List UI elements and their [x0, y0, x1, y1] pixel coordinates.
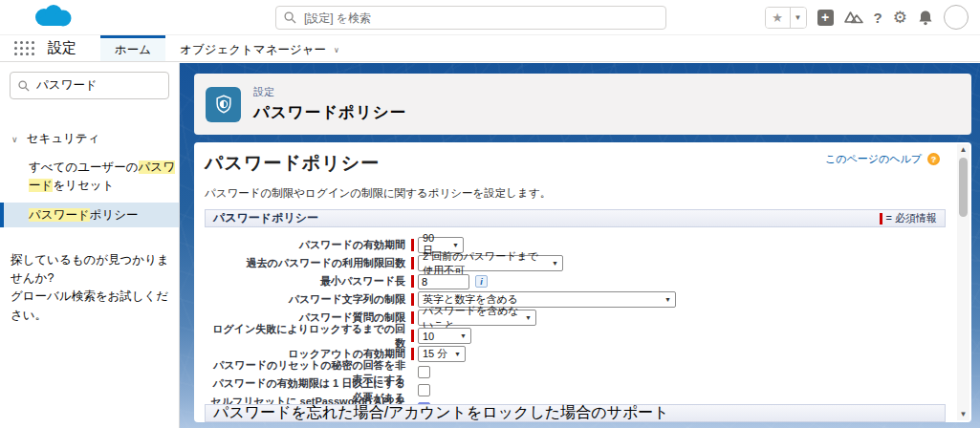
field-label: パスワード文字列の制限: [205, 292, 405, 307]
setup-gear-icon[interactable]: ⚙: [893, 8, 907, 28]
setup-sidebar: ∨ セキュリティ すべてのユーザーのパスワードをリセット パスワードポリシー 探…: [0, 63, 180, 428]
required-marker: [411, 275, 414, 288]
notifications-bell-icon[interactable]: [918, 10, 933, 26]
security-shield-icon: [206, 87, 241, 122]
form-row: 最小パスワード長 i: [205, 272, 971, 290]
scroll-down-icon[interactable]: ▼: [960, 409, 968, 420]
app-launcher-waffle-icon[interactable]: [14, 41, 35, 56]
sidebar-search-box: [10, 72, 169, 99]
scroll-up-icon[interactable]: ▲: [960, 144, 968, 156]
content-description: パスワードの制限やログインの制限に関するポリシーを設定します。: [205, 186, 971, 201]
password-history-select[interactable]: 2 回前のパスワードまで使用不可▼: [418, 255, 563, 271]
search-icon: [18, 80, 30, 92]
form-row: パスワードの有効期間 90 日▼: [205, 236, 971, 254]
lockout-period-select[interactable]: 15 分▼: [418, 346, 466, 362]
password-question-select[interactable]: パスワードを含めないこと▼: [418, 310, 536, 326]
search-highlight: パスワード: [29, 208, 90, 222]
section-header-forgot-password-support: パスワードを忘れた場合/アカウントをロックした場合のサポート: [205, 404, 946, 422]
tab-object-manager[interactable]: オブジェクトマネージャー ∨: [165, 35, 354, 61]
search-icon: [284, 11, 296, 24]
select-chevron-icon: ▼: [552, 260, 558, 267]
tab-home[interactable]: ホーム: [100, 35, 165, 61]
section-header-password-policies: パスワードポリシー = 必須情報: [205, 209, 946, 227]
salesforce-setup-page: ★ ▼ + ? ⚙ 設定: [0, 0, 980, 428]
select-chevron-icon: ▼: [460, 332, 467, 339]
form-row: 過去のパスワードの利用制限回数 2 回前のパスワードまで使用不可▼: [205, 254, 971, 272]
sidebar-item-reset-passwords[interactable]: すべてのユーザーのパスワードをリセット: [0, 159, 179, 195]
body-area: ∨ セキュリティ すべてのユーザーのパスワードをリセット パスワードポリシー 探…: [0, 63, 980, 428]
form-row: パスワード文字列の制限 英字と数字を含める▼: [205, 290, 971, 309]
required-marker: [411, 348, 414, 360]
obscure-secret-answer-checkbox[interactable]: ✓: [418, 366, 430, 378]
setup-content-frame: 設定 パスワードポリシー パスワードポリシー このページのヘルプ ? パスワード…: [180, 63, 980, 428]
help-link[interactable]: このページのヘルプ: [825, 152, 922, 166]
required-marker: [411, 330, 414, 342]
select-chevron-icon: ▼: [664, 296, 671, 303]
required-info-note: = 必須情報: [880, 211, 937, 225]
sidebar-item-password-policies[interactable]: パスワードポリシー: [0, 203, 179, 227]
avatar[interactable]: [944, 5, 969, 30]
header-utility-icons: ★ ▼ + ? ⚙: [765, 0, 969, 34]
required-marker: [411, 293, 414, 306]
required-marker: [880, 213, 882, 225]
select-chevron-icon: ▼: [452, 242, 459, 248]
favorites-button-group: ★ ▼: [765, 7, 807, 29]
global-search-box: [275, 6, 666, 30]
required-marker: [411, 239, 414, 251]
scrollbar-thumb[interactable]: [959, 158, 968, 217]
page-title: パスワードポリシー: [253, 102, 406, 123]
field-label: 最小パスワード長: [205, 274, 405, 289]
sidebar-search-input[interactable]: [36, 79, 161, 93]
add-icon[interactable]: +: [817, 10, 834, 26]
field-label: ログイン失敗によりロックするまでの回数: [205, 322, 405, 351]
help-icon[interactable]: ?: [874, 10, 882, 26]
main-content-card: パスワードポリシー このページのヘルプ ? パスワードの制限やログインの制限に関…: [194, 142, 971, 422]
select-chevron-icon: ▼: [454, 351, 461, 357]
trailhead-icon[interactable]: [844, 10, 863, 26]
required-marker: [411, 257, 414, 269]
field-label: パスワードの有効期間: [205, 238, 405, 252]
form-row: ログイン失敗によりロックするまでの回数 10▼: [205, 327, 971, 345]
salesforce-cloud-logo[interactable]: [32, 4, 76, 34]
field-label: 過去のパスワードの利用制限回数: [205, 256, 405, 270]
page-help: このページのヘルプ ?: [825, 152, 940, 166]
chevron-down-icon: ∨: [11, 135, 18, 144]
password-policy-form: パスワードの有効期間 90 日▼ 過去のパスワードの利用制限回数 2 回前のパス…: [205, 236, 971, 417]
chevron-down-icon: ∨: [334, 46, 339, 54]
vertical-scrollbar: ▲ ▼: [957, 144, 969, 420]
page-header-eyebrow: 設定: [253, 85, 406, 99]
global-header: ★ ▼ + ? ⚙: [0, 0, 980, 34]
tab-strip: ホーム オブジェクトマネージャー ∨: [100, 35, 354, 61]
page-header-card: 設定 パスワードポリシー: [194, 74, 971, 135]
global-search-input[interactable]: [304, 11, 658, 25]
sidebar-help-text: 探しているものが見つかりませんか? グローバル検索をお試しください。: [0, 251, 179, 326]
favorites-dropdown-icon[interactable]: ▼: [790, 8, 806, 28]
required-marker: [411, 311, 414, 324]
max-login-attempts-select[interactable]: 10▼: [418, 328, 471, 344]
page-header-text: 設定 パスワードポリシー: [253, 85, 406, 123]
help-question-icon[interactable]: ?: [927, 153, 940, 165]
favorites-star-icon[interactable]: ★: [766, 8, 790, 28]
min-password-lifetime-checkbox[interactable]: ✓: [418, 384, 430, 396]
select-chevron-icon: ▼: [525, 314, 532, 321]
tree-section-security[interactable]: ∨ セキュリティ: [0, 131, 179, 147]
app-name: 設定: [48, 39, 76, 57]
min-password-length-input[interactable]: [418, 274, 469, 289]
info-icon[interactable]: i: [475, 275, 488, 288]
setup-nav-bar: 設定 ホーム オブジェクトマネージャー ∨: [0, 34, 980, 62]
